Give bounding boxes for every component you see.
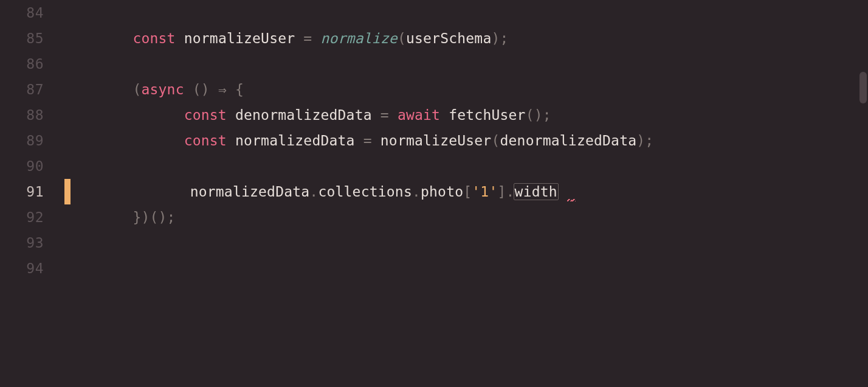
code-line[interactable]: })(); <box>64 204 868 230</box>
token: async <box>141 82 192 97</box>
token: = <box>303 30 320 46</box>
code-text <box>64 260 81 276</box>
line-number: 87 <box>0 77 64 102</box>
token: ( <box>133 82 141 97</box>
token: photo <box>421 184 463 200</box>
code-line[interactable] <box>64 51 868 77</box>
gutter-modified-marker <box>64 179 71 204</box>
code-text <box>64 235 81 251</box>
code-text: const denormalizedData = await fetchUser… <box>64 107 551 123</box>
token: (); <box>526 107 551 123</box>
line-number: 93 <box>0 230 64 256</box>
code-text <box>64 5 81 21</box>
token: normalize <box>320 30 397 46</box>
code-text: const normalizedData = normalizeUser(den… <box>64 133 653 148</box>
token: normalizedData <box>190 184 310 200</box>
token: const <box>133 30 184 46</box>
line-number: 85 <box>0 26 64 51</box>
code-editor[interactable]: 8485868788899091929394 const normalizeUs… <box>0 0 868 387</box>
code-line[interactable] <box>64 230 868 256</box>
line-number: 92 <box>0 204 64 230</box>
token: . <box>412 184 421 200</box>
code-text: const normalizeUser = normalize(userSche… <box>64 30 509 46</box>
code-area[interactable]: const normalizeUser = normalize(userSche… <box>64 0 868 387</box>
token: const <box>184 107 235 123</box>
token: ); <box>636 133 653 148</box>
token: ); <box>491 30 508 46</box>
token: })(); <box>133 209 175 225</box>
token: = <box>381 107 398 123</box>
token: . <box>309 184 318 200</box>
token: denormalizedData <box>500 133 636 148</box>
line-number: 91 <box>0 179 64 204</box>
token: [ <box>463 184 472 200</box>
code-line[interactable]: const normalizedData = normalizeUser(den… <box>64 128 868 153</box>
token: userSchema <box>406 30 491 46</box>
line-number: 84 <box>0 0 64 26</box>
token: normalizedData <box>235 133 363 148</box>
token: await <box>398 107 449 123</box>
line-number: 89 <box>0 128 64 153</box>
code-text: (async () ⇒ { <box>64 82 244 97</box>
token: ] <box>497 184 506 200</box>
code-line[interactable]: const normalizeUser = normalize(userSche… <box>64 26 868 51</box>
token: ⇒ <box>218 82 227 97</box>
code-text <box>64 158 184 174</box>
token: () <box>193 82 218 97</box>
token: const <box>184 133 235 148</box>
token: ( <box>491 133 500 148</box>
line-number: 90 <box>0 153 64 179</box>
line-number: 86 <box>0 51 64 77</box>
token: denormalizedData <box>235 107 381 123</box>
code-text <box>64 56 133 72</box>
code-text: normalizedData.collections.photo['1'].wi… <box>71 183 559 200</box>
code-line[interactable]: const denormalizedData = await fetchUser… <box>64 102 868 128</box>
code-line[interactable] <box>64 256 868 281</box>
token: fetchUser <box>449 107 525 123</box>
token: { <box>227 82 244 97</box>
code-text: })(); <box>64 209 176 225</box>
token: = <box>363 133 381 148</box>
code-line[interactable] <box>64 0 868 26</box>
line-number-gutter: 8485868788899091929394 <box>0 0 64 387</box>
code-line[interactable]: normalizedData.collections.photo['1'].wi… <box>64 179 868 204</box>
code-line[interactable]: (async () ⇒ { <box>64 77 868 102</box>
scrollbar-thumb[interactable] <box>859 72 867 103</box>
token: ( <box>398 30 406 46</box>
token: collections <box>318 184 412 200</box>
line-number: 94 <box>0 256 64 281</box>
error-squiggle-token: width <box>515 184 559 200</box>
token: normalizeUser <box>184 30 304 46</box>
token: normalizeUser <box>381 133 492 148</box>
scrollbar-track[interactable] <box>858 0 867 387</box>
hover-highlight-box: width <box>514 183 559 200</box>
code-line[interactable] <box>64 153 868 179</box>
token: '1' <box>472 184 497 200</box>
line-number: 88 <box>0 102 64 128</box>
